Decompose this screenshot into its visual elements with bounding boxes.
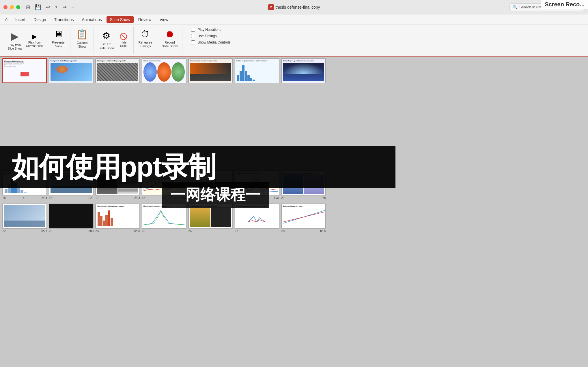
play-current-button[interactable]: ▶ Play fromCurrent Slide — [25, 32, 44, 48]
menu-view[interactable]: View — [156, 16, 172, 23]
menu-insert[interactable]: Insert — [12, 16, 29, 23]
slide-item-23[interactable]: 23 0:00 — [49, 204, 94, 233]
slide-thumb-3: Challenges in relation to frequency comb… — [95, 58, 140, 83]
slide-thumb-22 — [2, 204, 47, 229]
hide-slide-button[interactable]: 🚫 HideSlide — [116, 32, 130, 48]
slide-thumb-28: Soliton self-dispersive noise — [281, 204, 326, 229]
doc-title-text: thesis defense-final copy — [275, 5, 320, 10]
close-button[interactable] — [3, 5, 8, 9]
redo-icon[interactable]: ↪ — [62, 4, 67, 10]
main-content: Physics and applications ofmicrocavity f… — [0, 57, 588, 367]
presenter-icon: 🖥 — [54, 29, 63, 39]
play-start-icon: ▶ — [11, 30, 19, 42]
traffic-lights — [3, 5, 20, 9]
slide-item-28[interactable]: Soliton self-dispersive noise 28 0:55 — [281, 204, 326, 233]
ribbon-group-rehearse: ⏱ RehearseTimings — [134, 27, 157, 54]
show-media-controls-label: Show Media Controls — [197, 40, 230, 44]
slide-item-2[interactable]: Background: Optical frequency combs — [49, 58, 94, 83]
setup-icon: ⚙ — [102, 30, 111, 41]
slide-item-27[interactable]: Dispersive waves (DW) in fast cavity sol… — [235, 204, 279, 233]
toolbar-icons: ⊞ 💾 ↩ ▼ ↪ ≡ — [26, 4, 74, 10]
play-narrations-check[interactable]: Play Narrations — [191, 28, 230, 32]
sidebar-icon[interactable]: ⊞ — [26, 4, 30, 10]
slide-row-top: Physics and applications ofmicrocavity f… — [0, 57, 588, 85]
record-slide-show-button[interactable]: ⏺ RecordSlide Show — [160, 28, 179, 49]
slide-thumb-6: Soliton frequency combs in micro resonat… — [235, 58, 279, 83]
ribbon-group-setup: ⚙ Set UpSlide Show 🚫 HideSlide — [94, 27, 134, 54]
rehearse-icon: ⏱ — [141, 29, 150, 39]
show-media-controls-check[interactable]: Show Media Controls — [191, 40, 230, 44]
hide-slide-icon: 🚫 — [120, 33, 127, 40]
slide-item-6[interactable]: Soliton frequency combs in micro resonat… — [235, 58, 279, 83]
menu-transitions[interactable]: Transitions — [51, 16, 77, 23]
customize-icon[interactable]: ≡ — [71, 4, 74, 10]
slide-item-3[interactable]: Challenges in relation to frequency comb… — [95, 58, 140, 83]
use-timings-checkbox[interactable] — [191, 34, 195, 38]
play-current-icon: ▶ — [32, 33, 37, 40]
menu-review[interactable]: Review — [135, 16, 155, 23]
slide-item-4[interactable]: Optical micro resonators — [142, 58, 186, 83]
play-from-start-button[interactable]: ▶ Play from Slide Show — [6, 29, 24, 52]
overlay-banner: 如何使用ppt录制 — [0, 146, 395, 188]
slide-item-22[interactable]: 22 0:27 — [2, 204, 47, 233]
slide-thumb-1: Physics and applications ofmicrocavity f… — [2, 58, 47, 83]
slide-item-7[interactable]: Soliton frequency combs in micro resonat… — [281, 58, 326, 83]
undo-icon[interactable]: ↩ — [46, 4, 50, 10]
menu-bar: ⌂ Insert Design Transitions Animations S… — [0, 14, 588, 25]
svg-line-2 — [283, 212, 325, 222]
menu-home[interactable]: ⌂ — [3, 16, 11, 23]
slide-thumb-23 — [49, 204, 94, 229]
slide-item-26[interactable]: Mode locking, coherent and incoherent 26 — [188, 204, 233, 233]
presenter-view-button[interactable]: 🖥 PresenterView — [50, 28, 67, 49]
play-narrations-label: Play Narrations — [197, 28, 221, 32]
use-timings-label: Use Timings — [197, 34, 216, 38]
setup-slide-show-button[interactable]: ⚙ Set UpSlide Show — [97, 29, 116, 51]
custom-show-button[interactable]: 📋 CustomShow — [73, 28, 91, 50]
ribbon-checkboxes: Play Narrations Use Timings Show Media C… — [188, 27, 233, 46]
save-icon[interactable]: 💾 — [35, 4, 41, 10]
menu-animations[interactable]: Animations — [78, 16, 105, 23]
rehearse-timings-button[interactable]: ⏱ RehearseTimings — [137, 28, 154, 49]
ribbon-group-start: ▶ Play from Slide Show ▶ Play fromCurren… — [3, 27, 47, 54]
overlay-subtitle: 一网络课程一 — [162, 182, 269, 208]
slide-thumb-7: Soliton frequency combs in micro resonat… — [281, 58, 326, 83]
use-timings-check[interactable]: Use Timings — [191, 34, 230, 38]
ribbon-group-presenter: 🖥 PresenterView — [47, 27, 70, 54]
ppt-file-icon: P — [268, 4, 274, 10]
maximize-button[interactable] — [16, 5, 20, 9]
undo-dropdown-icon[interactable]: ▼ — [55, 5, 58, 9]
slide-item-24[interactable]: Applications: Dual comb spectroscopy 24 … — [95, 204, 140, 233]
slide-thumb-24: Applications: Dual comb spectroscopy — [95, 204, 140, 229]
minimize-button[interactable] — [10, 5, 14, 9]
overlay-subtitle-text: 一网络课程一 — [170, 185, 260, 205]
overlay-main-text: 如何使用ppt录制 — [12, 152, 384, 182]
slide-thumb-2: Background: Optical frequency combs — [49, 58, 94, 83]
slide-item-25[interactable]: Modeling well reproduce experiments 25 — [142, 204, 186, 233]
title-bar: ⊞ 💾 ↩ ▼ ↪ ≡ P thesis defense-final copy … — [0, 0, 588, 14]
ribbon-group-custom: 📋 CustomShow — [70, 27, 94, 54]
slide-row-bottom: 22 0:27 23 0:00 Applications: Dual comb … — [0, 202, 588, 235]
menu-slideshow[interactable]: Slide Show — [107, 16, 134, 23]
menu-design[interactable]: Design — [30, 16, 50, 23]
search-icon: 🔍 — [513, 5, 518, 10]
slide-item-5[interactable]: Microresonator-based frequency combs — [188, 58, 233, 83]
play-narrations-checkbox[interactable] — [191, 28, 195, 32]
show-media-controls-checkbox[interactable] — [191, 40, 195, 44]
doc-title: P thesis defense-final copy — [268, 4, 320, 10]
screen-recorder-watermark: Screen Reco... — [541, 0, 588, 9]
ribbon: ▶ Play from Slide Show ▶ Play fromCurren… — [0, 25, 588, 57]
slide-thumb-4: Optical micro resonators — [142, 58, 186, 83]
custom-show-icon: 📋 — [76, 29, 88, 40]
ribbon-group-record: ⏺ RecordSlide Show — [157, 27, 182, 54]
slide-thumb-5: Microresonator-based frequency combs — [188, 58, 233, 83]
slide-item-1[interactable]: Physics and applications ofmicrocavity f… — [2, 58, 47, 83]
record-icon: ⏺ — [165, 29, 174, 39]
